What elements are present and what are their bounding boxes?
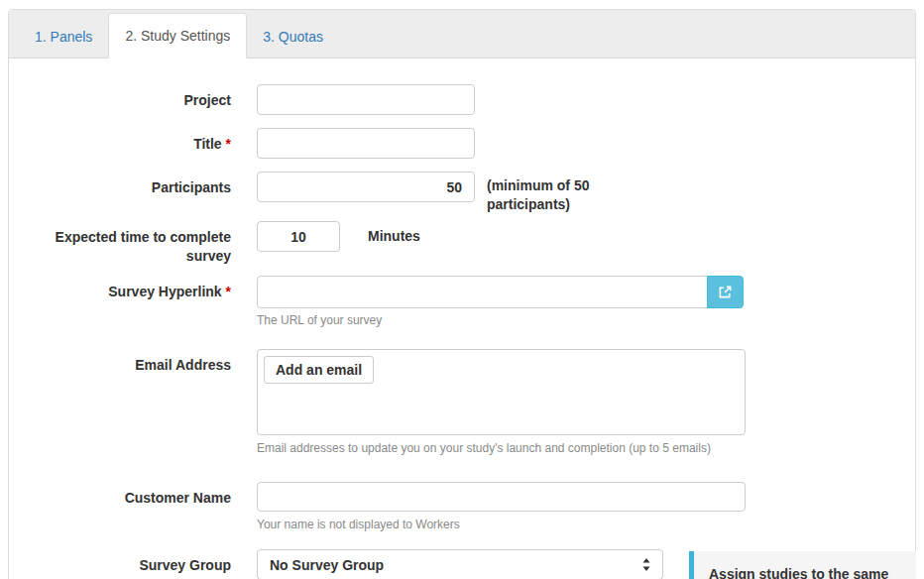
email-address-row: Email Address Add an email Email address… [9, 349, 915, 455]
required-asterisk: * [226, 284, 231, 299]
study-settings-panel: 1. Panels 2. Study Settings 3. Quotas Pr… [8, 9, 916, 579]
participants-input[interactable] [257, 172, 475, 202]
survey-group-info-callout: Assign studies to the same [689, 551, 916, 579]
project-label: Project [9, 84, 257, 110]
survey-group-select[interactable]: No Survey Group [257, 549, 663, 579]
open-link-button[interactable] [707, 276, 744, 308]
project-input[interactable] [257, 84, 475, 115]
tab-bar: 1. Panels 2. Study Settings 3. Quotas [9, 10, 915, 58]
title-label-text: Title [193, 136, 222, 152]
title-label: Title * [9, 128, 257, 154]
survey-hyperlink-row: Survey Hyperlink * The URL [9, 276, 915, 327]
survey-hyperlink-label-text: Survey Hyperlink [108, 284, 221, 299]
participants-minimum-note: (minimum of 50 participants) [487, 172, 635, 214]
project-row: Project [9, 84, 915, 115]
survey-group-selected-option: No Survey Group [270, 557, 384, 573]
email-list-box[interactable]: Add an email [257, 349, 746, 435]
participants-row: Participants (minimum of 50 participants… [9, 172, 915, 214]
title-row: Title * [9, 128, 915, 159]
customer-name-label: Customer Name [9, 482, 257, 508]
customer-name-row: Customer Name Your name is not displayed… [9, 482, 915, 531]
expected-time-row: Expected time to complete survey Minutes [9, 221, 915, 266]
add-email-button[interactable]: Add an email [264, 356, 374, 384]
email-address-help: Email addresses to update you on your st… [257, 441, 746, 455]
survey-group-label: Survey Group [9, 549, 257, 575]
callout-text: Assign studies to the same [709, 566, 888, 579]
select-stepper-icon [642, 558, 650, 571]
title-input[interactable] [257, 128, 475, 159]
customer-name-help: Your name is not displayed to Workers [257, 518, 746, 531]
customer-name-input[interactable] [257, 482, 746, 512]
email-address-label: Email Address [9, 349, 257, 375]
required-asterisk: * [226, 136, 231, 152]
expected-time-input[interactable] [257, 221, 340, 252]
external-link-icon [718, 285, 733, 299]
survey-hyperlink-help: The URL of your survey [257, 313, 744, 327]
tab-panels[interactable]: 1. Panels [19, 16, 108, 58]
expected-time-label: Expected time to complete survey [9, 221, 257, 266]
survey-hyperlink-label: Survey Hyperlink * [9, 276, 257, 301]
participants-label: Participants [9, 172, 257, 197]
minutes-unit-label: Minutes [368, 221, 420, 244]
tab-study-settings[interactable]: 2. Study Settings [108, 13, 247, 58]
survey-hyperlink-input[interactable] [257, 276, 708, 308]
study-settings-form: Project Title * Participants (minimum of… [9, 58, 915, 579]
tab-quotas[interactable]: 3. Quotas [247, 16, 339, 58]
